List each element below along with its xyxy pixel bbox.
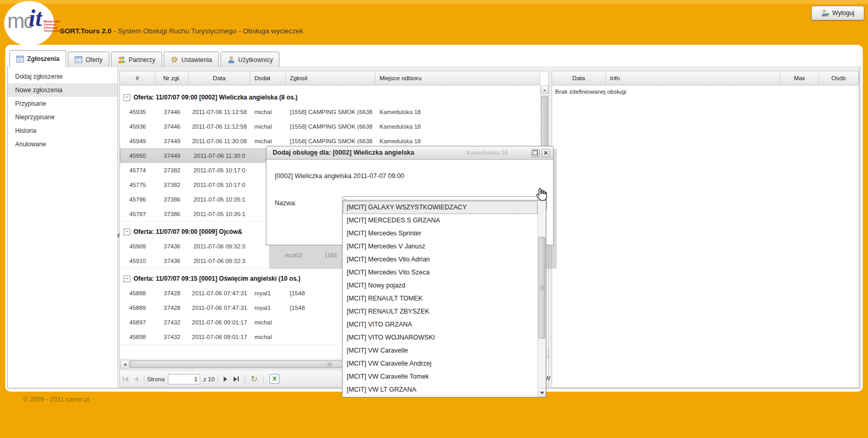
refresh-icon[interactable]: ↻ xyxy=(251,375,258,383)
group-header-row[interactable]: −Oferta: 11/07/07 09:00 [0002] Wieliczka… xyxy=(120,90,540,105)
app-title-bold: SORT.Tours 2.0 xyxy=(60,27,112,35)
cell-data: 2011-07-05 10:17:0 xyxy=(189,163,250,178)
cell-nr: 37446 xyxy=(155,119,189,134)
dropdown-item[interactable]: [MCIT] VW Caravelle xyxy=(343,344,537,357)
collapse-group-icon[interactable]: − xyxy=(124,229,130,235)
sidebar-item-historia[interactable]: Historia xyxy=(8,124,117,137)
collapse-group-icon[interactable]: − xyxy=(124,276,130,282)
cell-data: 2011-07-06 11:12:58 xyxy=(189,105,250,119)
dropdown-item[interactable]: [MCIT] Mercedes Sprinter xyxy=(343,227,537,240)
partners-icon xyxy=(118,56,126,64)
dropdown-scroll-thumb[interactable] xyxy=(539,237,545,339)
collapse-group-icon[interactable]: − xyxy=(124,94,130,101)
cell-nr: 37432 xyxy=(155,315,189,330)
logout-button[interactable]: Wyloguj xyxy=(811,6,864,20)
dropdown-item[interactable]: [MCIT] Mercedes Vito Adrian xyxy=(343,253,537,266)
maximize-icon[interactable]: ❐ xyxy=(531,149,540,157)
column-header-data[interactable]: Data xyxy=(552,71,606,85)
name-field-label: Nazwa: xyxy=(275,199,297,207)
collapse-sidebar-icon[interactable] xyxy=(117,233,119,238)
service-panel-empty-text: Brak zdefiniowanej obsługi xyxy=(555,89,626,95)
cell-nr: 37449 xyxy=(155,148,189,163)
user-icon xyxy=(227,56,235,64)
tab-label: Użytkownicy xyxy=(238,56,273,64)
next-page-button[interactable] xyxy=(224,377,227,382)
dropdown-item[interactable]: [MCIT] VITO GRZANA xyxy=(343,318,537,331)
gear-icon xyxy=(170,56,178,64)
cell-nr: 37382 xyxy=(155,178,189,192)
table-row[interactable]: 45935374462011-07-06 11:12:58michal[1558… xyxy=(120,105,540,120)
tab-ustawienia[interactable]: Ustawienia xyxy=(164,52,219,67)
cell-miejsce: Kamedulska 18 xyxy=(375,105,540,119)
column-header-info[interactable]: Info xyxy=(606,71,780,85)
table-row[interactable]: 45936374462011-07-06 11:12:58michal[1558… xyxy=(120,119,540,134)
cell-data: 2011-07-05 10:35:1 xyxy=(189,192,250,207)
tab-oferty[interactable]: Oferty xyxy=(68,52,109,67)
close-icon[interactable]: ✕ xyxy=(542,149,550,157)
app-title: SORT.Tours 2.0 - System Obsługi Ruchu Tu… xyxy=(60,27,303,35)
dropdown-item[interactable]: [MCIT] VW Caravelle Tomek xyxy=(343,370,537,383)
scroll-down-icon[interactable] xyxy=(539,388,546,396)
hand-cursor-icon xyxy=(535,187,548,205)
cell-data: 2011-07-06 11:12:58 xyxy=(189,119,250,134)
sidebar-item-nowe-zgloszenia[interactable]: Nowe zgłoszenia xyxy=(8,83,117,97)
cell-id: 45775 xyxy=(120,178,155,192)
cell-dodal: michal xyxy=(250,330,286,344)
cell-dodal: royal1 xyxy=(250,301,286,315)
window-shadow xyxy=(554,149,557,245)
cell-id: 45910 xyxy=(120,254,155,268)
dropdown-item[interactable]: [MCIT] GALAXY WSZYSTKOWIEDZACY xyxy=(343,201,537,214)
tab-label: Oferty xyxy=(85,56,103,64)
service-panel-header: DataInfoMaxOsób xyxy=(552,71,859,85)
tab-uzytkownicy[interactable]: Użytkownicy xyxy=(221,52,280,67)
dropdown-item[interactable]: [MCIT] MERCEDES S GRZANA xyxy=(343,214,537,227)
scroll-left-icon[interactable]: ◀ xyxy=(120,360,129,369)
previous-page-button[interactable] xyxy=(135,377,138,382)
scroll-up-icon[interactable]: ▲ xyxy=(541,85,548,94)
page-number-input[interactable] xyxy=(168,374,200,384)
cell-dodal: michal xyxy=(250,105,286,119)
dropdown-item[interactable]: [MCIT] RENAULT ZBYSZEK xyxy=(343,305,537,318)
dropdown-item[interactable]: [MCIT] VW Caravelle Andrzej xyxy=(343,357,537,370)
dropdown-item[interactable]: [MCIT] Mercedes Vito Szeca xyxy=(343,266,537,279)
page-count-label: z 10 xyxy=(203,376,215,382)
sidebar-item-przypisane[interactable]: Przypisane xyxy=(8,97,117,110)
dropdown-scrollbar[interactable] xyxy=(537,201,546,397)
cell-nr: 37428 xyxy=(155,301,189,315)
sidebar-item-anulowane[interactable]: Anulowane xyxy=(8,137,117,151)
cell-data: 2011-07-06 07:47:31 xyxy=(189,286,250,301)
column-header-max[interactable]: Max xyxy=(780,71,819,85)
table-icon xyxy=(75,56,82,64)
toolbar-separator xyxy=(263,375,264,383)
column-header-osob[interactable]: Osób xyxy=(819,71,859,85)
tab-label: Ustawienia xyxy=(181,56,212,64)
cell-data: 2011-07-06 07:47:31 xyxy=(189,301,250,315)
dialog-title: Dodaj obsługę dla: [0002] Wieliczka angi… xyxy=(273,149,414,156)
sidebar-item-nieprzypisane[interactable]: Nieprzypisane xyxy=(8,110,117,124)
page-label: Strona xyxy=(147,376,165,382)
dropdown-item[interactable]: [MCIT] Mercedes V Janusz xyxy=(343,240,537,253)
cell-nr: 37432 xyxy=(155,330,189,344)
dropdown-item[interactable]: [MCIT] VW LT GRZANA xyxy=(343,383,537,396)
cell-id: 45888 xyxy=(120,286,155,301)
tab-partnerzy[interactable]: Partnerzy xyxy=(111,52,162,67)
cell-nr: 37446 xyxy=(155,105,189,119)
excel-export-icon[interactable]: X xyxy=(270,374,279,384)
dialog-title-bar[interactable]: Dodaj obsługę dla: [0002] Wieliczka angi… xyxy=(266,146,554,160)
application-window: mc it Małopolskie Centrum Informacji Tur… xyxy=(0,0,868,438)
last-page-button[interactable] xyxy=(234,377,239,382)
tab-zgloszenia[interactable]: Zgłoszenia xyxy=(9,50,66,67)
cell-nr: 37382 xyxy=(155,163,189,178)
cell-nr: 37436 xyxy=(155,239,189,254)
cell-id: 45909 xyxy=(120,239,155,254)
dropdown-item[interactable]: [MCIT] RENAULT TOMEK xyxy=(343,292,537,305)
first-page-button[interactable] xyxy=(123,377,128,382)
cell-miejsce: Kamedulska 18 xyxy=(375,119,540,134)
sidebar-item-dodaj-zgloszenie[interactable]: Dodaj zgłoszenie xyxy=(8,70,117,83)
vehicle-dropdown-list: [MCIT] GALAXY WSZYSTKOWIEDZACY[MCIT] MER… xyxy=(342,200,546,397)
dropdown-item[interactable]: [MCIT] VITO WOJNAROWSKI xyxy=(343,331,537,344)
group-label: Oferta: 11/07/07 09:00 [0002] Wieliczka … xyxy=(133,90,298,105)
dropdown-item[interactable]: [MCIT] Nowy pojazd xyxy=(343,279,537,292)
cell-id: 45949 xyxy=(120,134,155,148)
cell-id: 45786 xyxy=(120,192,155,207)
